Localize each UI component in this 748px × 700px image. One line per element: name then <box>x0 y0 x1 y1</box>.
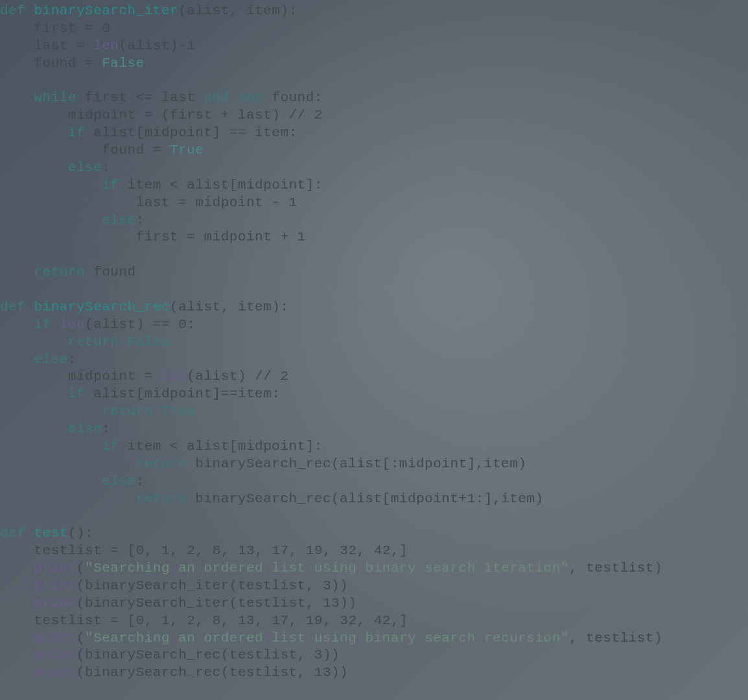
code-line: print("Searching an ordered list using b… <box>0 560 748 578</box>
code-token: testlist = [ <box>34 613 135 628</box>
code-token: 19 <box>306 543 323 558</box>
code-token: , <box>145 613 161 628</box>
code-token: print <box>34 648 76 662</box>
code-token: last = midpoint - <box>136 195 289 210</box>
code-token: if <box>102 178 127 192</box>
code-token: : <box>102 421 110 436</box>
code-token: True <box>170 143 204 158</box>
code-token: , <box>195 543 212 558</box>
code-token: 17 <box>272 613 288 628</box>
code-token: found <box>93 264 136 279</box>
code-token: , <box>170 613 187 628</box>
code-token: 8 <box>213 543 221 558</box>
code-token: , <box>255 543 272 558</box>
code-line: found = True <box>0 142 748 159</box>
code-line: last = len(alist)-1 <box>0 38 748 55</box>
code-token: 2 <box>314 108 323 122</box>
code-token: ,] <box>391 543 408 558</box>
code-token: , testlist) <box>569 561 662 576</box>
code-token: and not <box>204 90 272 105</box>
code-line: testlist = [0, 1, 2, 8, 13, 17, 19, 32, … <box>0 612 748 630</box>
code-token: , <box>195 613 212 628</box>
code-token: )) <box>340 596 356 611</box>
code-token: 42 <box>374 613 391 628</box>
code-token: else <box>102 474 135 489</box>
code-line <box>0 246 748 264</box>
code-token: )) <box>331 578 348 593</box>
code-token: :],item) <box>476 491 544 506</box>
code-line: found = False <box>0 55 748 73</box>
code-line: if item < alist[midpoint]: <box>0 438 748 456</box>
code-token: found = <box>34 56 102 71</box>
code-token: 32 <box>340 613 356 628</box>
code-line: return found <box>0 264 748 281</box>
code-token: first <= last <box>85 90 204 105</box>
code-token: binarySearch_rec(alist[midpoint+ <box>195 491 467 506</box>
code-token: first = midpoint + <box>136 229 298 244</box>
code-token: return True <box>102 404 195 419</box>
code-line: if alist[midpoint] == item: <box>0 124 748 142</box>
code-token: ( <box>76 631 85 646</box>
code-token: 19 <box>306 613 323 628</box>
code-token: binarySearch_rec(alist[:midpoint],item) <box>195 456 526 471</box>
code-line: else: <box>0 473 748 491</box>
code-token: ,] <box>391 613 408 628</box>
code-token: if <box>68 386 93 401</box>
code-line: def test(): <box>0 525 748 542</box>
code-token: "Searching an ordered list using binary … <box>85 631 569 646</box>
code-token: (alist, item): <box>170 299 288 314</box>
code-token: return False <box>68 334 170 349</box>
code-token: 13 <box>238 543 255 558</box>
code-token: , <box>255 613 272 628</box>
code-line <box>0 73 748 90</box>
code-editor-content: def binarySearch_iter(alist, item): firs… <box>0 3 748 700</box>
code-line: return True <box>0 403 748 421</box>
code-token: print <box>34 665 76 680</box>
code-token: return <box>136 456 196 471</box>
code-token: 8 <box>213 613 221 628</box>
code-token: : <box>136 213 145 228</box>
code-token: 1 <box>161 543 170 558</box>
code-token: binarySearch_iter <box>34 3 178 18</box>
code-line: testlist = [0, 1, 2, 8, 13, 17, 19, 32, … <box>0 542 748 560</box>
code-line: while first <= last and not found: <box>0 89 748 107</box>
code-token: len <box>60 317 85 332</box>
code-token: while <box>34 90 85 105</box>
code-token: alist[midpoint] == item: <box>93 125 297 140</box>
code-token: 1 <box>467 491 476 506</box>
code-token: testlist = [ <box>34 543 135 558</box>
code-token: item < alist[midpoint]: <box>128 439 323 454</box>
code-token: return <box>34 264 93 279</box>
code-token: ( <box>76 561 85 576</box>
code-line <box>0 682 748 699</box>
code-token: (): <box>68 526 93 541</box>
code-token: first = <box>34 21 102 36</box>
code-line: return binarySearch_rec(alist[midpoint+1… <box>0 491 748 508</box>
code-token: len <box>161 369 187 384</box>
code-token: print <box>34 596 76 611</box>
code-token: : <box>68 352 76 367</box>
code-token: 13 <box>323 596 340 611</box>
code-token: : <box>136 474 145 489</box>
code-token: , <box>323 543 340 558</box>
code-token: )) <box>323 648 340 662</box>
code-token: else <box>68 421 102 436</box>
code-token: (alist)- <box>119 38 187 53</box>
code-line: def binarySearch_iter(alist, item): <box>0 3 748 20</box>
code-token: , testlist) <box>569 631 662 646</box>
code-token: return <box>136 491 196 506</box>
code-token: 2 <box>280 369 288 384</box>
code-token: print <box>34 631 76 646</box>
code-token: (binarySearch_iter(testlist, <box>76 578 323 593</box>
code-token: (alist, item): <box>178 3 297 18</box>
code-token: found = <box>102 143 170 158</box>
code-token: : <box>187 317 195 332</box>
code-token: , <box>170 543 187 558</box>
code-line: else: <box>0 421 748 438</box>
code-line: return binarySearch_rec(alist[:midpoint]… <box>0 456 748 473</box>
code-token: print <box>34 561 76 576</box>
code-token: found: <box>272 90 323 105</box>
code-token: print <box>34 578 76 593</box>
code-token: 32 <box>340 543 356 558</box>
code-token: , <box>289 613 306 628</box>
